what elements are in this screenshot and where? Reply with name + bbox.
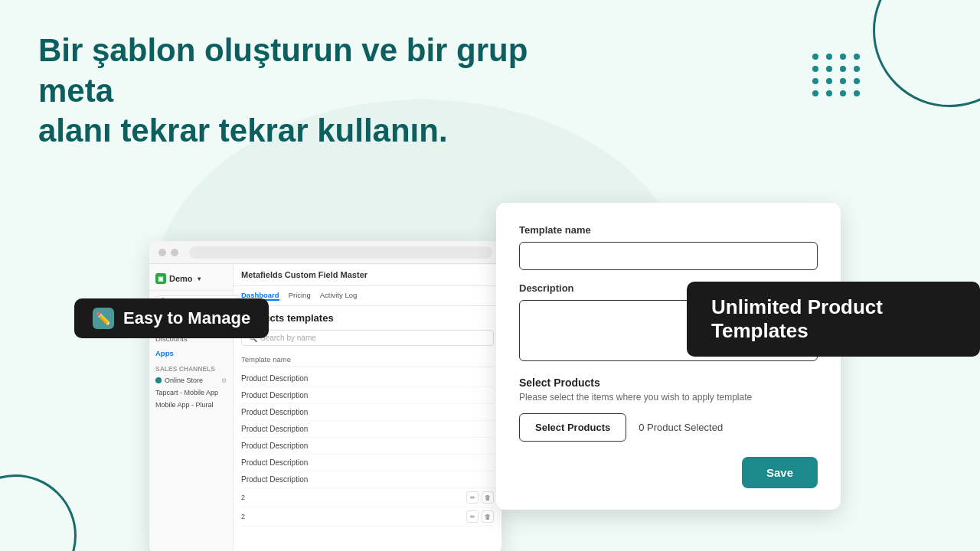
nav-item-pricing[interactable]: Pricing <box>289 291 311 301</box>
select-products-subtitle: Please select the items where you wish t… <box>519 392 818 403</box>
decorative-circle-bottom-left <box>0 474 77 551</box>
templates-title: Products templates <box>241 312 494 324</box>
address-bar <box>189 246 492 259</box>
row-actions-2: ✏ 🗑 <box>466 510 494 523</box>
unlimited-badge-label: Unlimited Product Templates <box>711 295 883 342</box>
table-row: Product Description <box>241 387 494 404</box>
traffic-light-2 <box>171 249 178 256</box>
nav-item-activity-log[interactable]: Activity Log <box>320 291 358 301</box>
easy-badge-label: Easy to Manage <box>123 308 250 328</box>
edit-button[interactable]: ✏ <box>466 491 479 504</box>
sidebar-item-apps[interactable]: Apps <box>149 346 233 360</box>
edit-button-2[interactable]: ✏ <box>466 510 479 523</box>
traffic-light-1 <box>158 249 166 256</box>
table-row-with-actions-2: 2 ✏ 🗑 <box>241 507 494 527</box>
table-row: Product Description <box>241 370 494 387</box>
table-row: Product Description <box>241 471 494 488</box>
sidebar-item-online-store[interactable]: Online Store ⚙ <box>149 374 233 386</box>
unlimited-templates-badge: Unlimited Product Templates <box>687 282 980 357</box>
pencil-icon: ✏️ <box>93 308 114 329</box>
easy-to-manage-badge: ✏️ Easy to Manage <box>74 298 269 338</box>
store-header: ▣ Demo ▾ <box>149 270 233 291</box>
table-header-name: Template name <box>241 355 291 364</box>
template-table-header: Template name <box>241 352 494 367</box>
table-row-with-actions: 2 ✏ 🗑 <box>241 488 494 507</box>
store-icon: ▣ <box>155 273 166 284</box>
hero-section: Bir şablon oluşturun ve bir grup meta al… <box>38 31 559 152</box>
select-products-button[interactable]: Select Products <box>519 413 626 442</box>
templates-section: Products templates 🔍 Search by name Temp… <box>234 306 501 533</box>
table-row: Product Description <box>241 438 494 455</box>
store-name: Demo <box>169 274 193 283</box>
app-header: Metafields Custom Field Master <box>234 264 501 286</box>
select-products-title: Select Products <box>519 377 818 389</box>
online-store-settings-icon[interactable]: ⚙ <box>221 377 227 384</box>
table-row: Product Description <box>241 421 494 438</box>
admin-mockup: ▣ Demo ▾ 🔍 Search Marketing Discounts Ap… <box>149 241 501 551</box>
hero-title: Bir şablon oluşturun ve bir grup meta al… <box>38 31 559 152</box>
delete-button[interactable]: 🗑 <box>482 491 494 504</box>
save-row: Save <box>519 457 818 488</box>
template-search[interactable]: 🔍 Search by name <box>241 330 494 346</box>
delete-button-2[interactable]: 🗑 <box>482 510 494 523</box>
app-nav: Dashboard Pricing Activity Log <box>234 286 501 306</box>
save-button[interactable]: Save <box>742 457 818 488</box>
admin-top-bar <box>149 241 501 264</box>
chevron-down-icon: ▾ <box>198 276 201 282</box>
row-actions: ✏ 🗑 <box>466 491 494 504</box>
search-by-name-placeholder: Search by name <box>260 334 316 342</box>
sidebar-section-sales: Sales channels <box>149 360 233 374</box>
template-name-input[interactable] <box>519 242 818 270</box>
select-products-row: Select Products 0 Product Selected <box>519 413 818 442</box>
sidebar-item-mobile-app[interactable]: Mobile App - Plural <box>149 399 233 411</box>
products-selected-count: 0 Product Selected <box>639 422 723 433</box>
admin-main-content: Metafields Custom Field Master Dashboard… <box>234 264 501 551</box>
table-row: Product Description <box>241 404 494 421</box>
sidebar-item-tapcart[interactable]: Tapcart - Mobile App <box>149 386 233 399</box>
online-store-dot <box>155 377 162 383</box>
template-name-label: Template name <box>519 224 818 236</box>
table-row: Product Description <box>241 455 494 471</box>
decorative-circle-top-right <box>873 0 980 107</box>
dots-decoration <box>812 54 861 96</box>
